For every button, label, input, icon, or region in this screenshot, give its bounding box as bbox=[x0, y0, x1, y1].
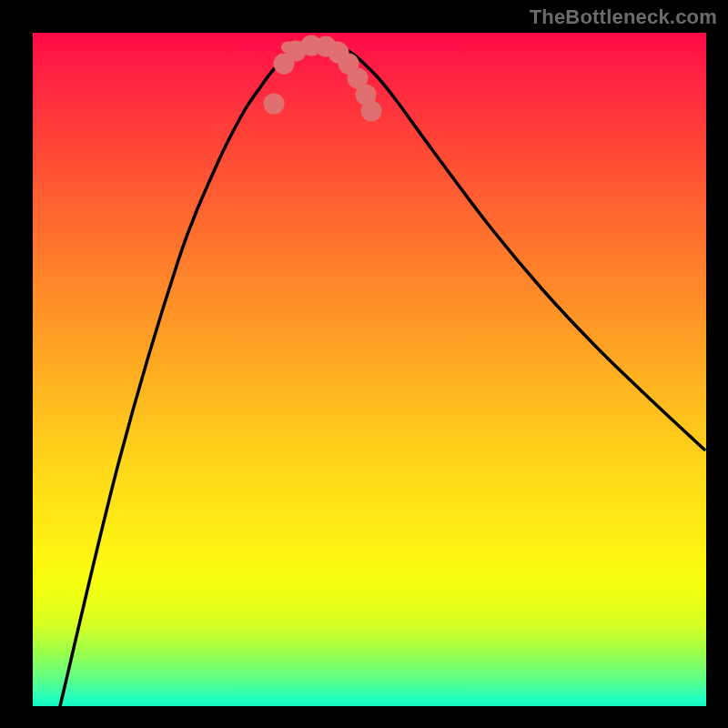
curve-dot bbox=[264, 94, 285, 115]
watermark-text: TheBottleneck.com bbox=[530, 5, 717, 29]
curve-bottom-bar bbox=[281, 42, 345, 54]
chart-dots-layer bbox=[33, 33, 706, 706]
curve-dot bbox=[361, 101, 382, 122]
chart-plot-area bbox=[33, 33, 706, 706]
